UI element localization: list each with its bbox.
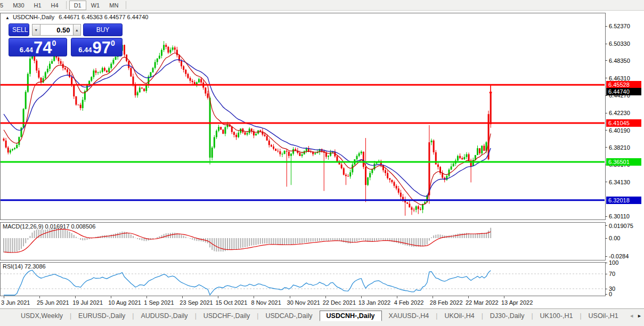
date-axis-label: 22 Dec 2021 <box>323 299 356 306</box>
trading-app-window: 5M30H1H4D1W1MN ▲USDCNH-,Daily6.44671 6.4… <box>0 0 644 326</box>
tab-eurusd-daily[interactable]: EURUSD-,Daily <box>71 311 132 321</box>
macd-axis-label: 0.019075 <box>609 223 633 229</box>
hline-price-badge: 6.41045 <box>606 119 641 127</box>
date-axis-label: 3 Jun 2021 <box>1 299 30 306</box>
one-click-trading-panel: SELL ▼ ▲ BUY 6.44740 6.44970 <box>9 22 123 56</box>
price-axis-label: 6.34130 <box>609 179 630 185</box>
macd-series <box>4 228 491 253</box>
axis-tick <box>605 216 607 217</box>
hline-price-badge: 6.32018 <box>606 197 641 204</box>
buy-button[interactable]: BUY <box>83 23 123 36</box>
axis-tick <box>605 78 607 78</box>
buy-price-pipette: 0 <box>111 39 115 47</box>
price-axis-label: 6.30110 <box>609 213 630 219</box>
axis-tick <box>605 238 607 239</box>
date-tick <box>182 296 183 298</box>
sell-price-display[interactable]: 6.44740 <box>9 38 67 56</box>
buy-price-prefix: 6.44 <box>78 46 92 54</box>
date-axis-label: 28 Feb 2022 <box>430 299 463 306</box>
tab-audusd-daily[interactable]: AUDUSD-,Daily <box>134 311 194 321</box>
chart-title: ▲USDCNH-,Daily6.44671 6.45363 6.44577 6.… <box>5 14 148 20</box>
date-tick <box>504 296 504 298</box>
hline-price-badge: 6.36501 <box>606 158 641 166</box>
date-tick <box>254 296 254 298</box>
axis-tick <box>605 256 607 257</box>
candlestick-series <box>1 41 605 216</box>
up-arrow-icon: ▲ <box>75 28 79 32</box>
axis-tick <box>605 225 607 226</box>
buy-price-big-digits: 97 <box>93 40 111 55</box>
date-tick <box>218 296 218 298</box>
volume-increase-button[interactable]: ▲ <box>73 24 81 36</box>
axis-tick <box>605 60 607 61</box>
sell-price-prefix: 6.44 <box>20 46 33 54</box>
axis-tick <box>605 113 607 113</box>
volume-decrease-button[interactable]: ▼ <box>32 24 40 36</box>
tab-usdcnh-daily[interactable]: USDCNH-,Daily <box>320 311 382 321</box>
price-axis-label: 6.50330 <box>609 40 630 47</box>
axis-tick <box>605 147 607 148</box>
date-tick <box>325 296 326 298</box>
date-axis: 3 Jun 202125 Jun 202119 Jul 202110 Aug 2… <box>0 296 644 308</box>
tab-usdcad-daily[interactable]: USDCAD-,Daily <box>258 311 319 321</box>
tab-usdchf-daily[interactable]: USDCHF-,Daily <box>197 311 257 321</box>
sell-button[interactable]: SELL <box>9 23 29 36</box>
rsi-axis-label: 70 <box>609 271 615 277</box>
sell-price-big-digits: 74 <box>34 40 52 55</box>
tab-xauusd-h4[interactable]: XAUUSD-,H4 <box>382 311 436 321</box>
rsi-axis-label: 100 <box>609 259 618 266</box>
date-axis-label: 15 Oct 2021 <box>215 299 247 306</box>
date-tick <box>361 296 362 298</box>
date-axis-label: 22 Mar 2022 <box>466 299 499 306</box>
axis-tick <box>605 263 607 263</box>
tab-usoil-h1[interactable]: USOil-,H1 <box>582 311 625 321</box>
date-tick <box>111 296 111 298</box>
tab-dj30-daily[interactable]: DJ30-,Daily <box>483 311 532 321</box>
date-axis-label: 30 Nov 2021 <box>287 299 320 306</box>
down-arrow-icon: ▼ <box>34 28 38 32</box>
volume-stepper: ▼ ▲ <box>32 24 81 36</box>
date-tick <box>4 296 4 298</box>
rsi-axis-label: 0 <box>609 291 612 297</box>
tab-usdx-weekly[interactable]: USDX,Weekly <box>14 311 70 321</box>
price-axis-label: 6.48350 <box>609 58 630 64</box>
price-axis-label: 6.40190 <box>609 127 630 134</box>
date-tick <box>397 296 397 298</box>
macd-axis-label: -0.0284 <box>609 253 629 259</box>
rsi-series <box>1 270 605 295</box>
sell-price-pipette: 0 <box>52 39 56 47</box>
axis-tick <box>605 130 607 131</box>
chart-symbol-period: USDCNH-,Daily <box>13 14 54 20</box>
rsi-indicator-label: RSI(14) 72.3086 <box>3 263 46 270</box>
date-axis-label: 23 Sep 2021 <box>180 299 213 306</box>
volume-input[interactable] <box>40 24 73 36</box>
tab-ukoil-h4[interactable]: UKOil-,H4 <box>437 311 481 321</box>
chart-ohlc-values: 6.44671 6.45363 6.44577 6.44740 <box>59 14 148 20</box>
axis-tick <box>605 289 607 289</box>
date-axis-label: 25 Jun 2021 <box>37 299 69 306</box>
date-tick <box>146 296 147 298</box>
buy-price-display[interactable]: 6.44970 <box>71 38 123 56</box>
tabs-scroll-right-icon[interactable]: ► <box>637 313 642 319</box>
date-axis-label: 1 Sep 2021 <box>144 299 174 306</box>
date-tick <box>75 296 76 298</box>
axis-tick <box>605 294 607 295</box>
date-axis-label: 19 Jul 2021 <box>72 299 103 306</box>
date-tick <box>290 296 290 298</box>
axis-tick <box>605 95 607 96</box>
collapse-panel-icon[interactable]: ▲ <box>5 15 10 20</box>
price-axis-label: 6.42230 <box>609 110 630 116</box>
symbol-tab-bar: USDX,Weekly|EURUSD-,Daily|AUDUSD-,Daily|… <box>0 308 644 326</box>
macd-axis-label: 0.00 <box>609 235 620 241</box>
date-tick <box>468 296 469 298</box>
date-axis-label: 13 Apr 2022 <box>501 299 533 306</box>
current-price-badge: 6.44740 <box>606 88 641 95</box>
price-axis-label: 6.52370 <box>609 23 630 29</box>
tabs-scroll-left-icon[interactable]: ◄ <box>629 313 634 319</box>
axis-tick <box>605 26 607 27</box>
tab-uk100-h1[interactable]: UK100-,H1 <box>533 311 580 321</box>
date-axis-label: 4 Feb 2022 <box>394 299 424 306</box>
date-tick <box>433 296 433 298</box>
axis-tick <box>605 44 607 44</box>
axis-tick <box>605 182 607 182</box>
